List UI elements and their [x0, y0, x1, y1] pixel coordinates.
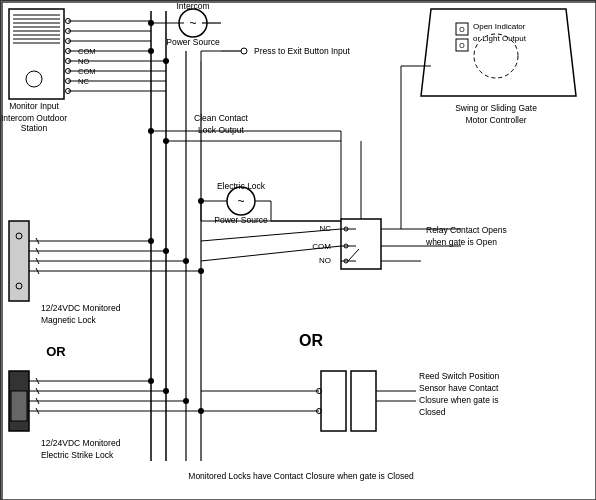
svg-text:Magnetic Lock: Magnetic Lock [41, 315, 97, 325]
svg-point-47 [148, 20, 154, 26]
svg-text:Relay Contact Opens: Relay Contact Opens [426, 225, 507, 235]
svg-text:OR: OR [299, 332, 323, 349]
svg-text:O: O [459, 26, 465, 33]
svg-text:Intercom Outdoor: Intercom Outdoor [1, 113, 67, 123]
svg-point-90 [163, 248, 169, 254]
svg-rect-74 [11, 391, 27, 421]
svg-point-158 [148, 128, 154, 134]
svg-text:NO: NO [319, 256, 331, 265]
svg-point-48 [148, 48, 154, 54]
svg-text:Clean Contact: Clean Contact [194, 113, 249, 123]
svg-text:O: O [459, 42, 465, 49]
svg-text:Power Source: Power Source [214, 215, 268, 225]
svg-text:OR: OR [46, 344, 66, 359]
svg-text:or Light Output: or Light Output [473, 34, 527, 43]
svg-point-125 [198, 198, 204, 204]
svg-text:Reed Switch Position: Reed Switch Position [419, 371, 500, 381]
svg-point-99 [183, 398, 189, 404]
svg-point-92 [198, 268, 204, 274]
svg-point-98 [163, 388, 169, 394]
svg-text:12/24VDC Monitored: 12/24VDC Monitored [41, 438, 121, 448]
svg-text:Intercom: Intercom [176, 1, 209, 11]
svg-text:NC: NC [319, 224, 331, 233]
svg-text:Electric Lock: Electric Lock [217, 181, 266, 191]
svg-text:Monitored Locks have Contact C: Monitored Locks have Contact Closure whe… [188, 471, 414, 481]
svg-point-91 [183, 258, 189, 264]
svg-text:Electric Strike Lock: Electric Strike Lock [41, 450, 114, 460]
svg-text:Closure when gate is: Closure when gate is [419, 395, 498, 405]
wiring-diagram: Monitor Input COM NO COM NC Intercom Out… [0, 0, 596, 500]
svg-text:12/24VDC Monitored: 12/24VDC Monitored [41, 303, 121, 313]
svg-text:Motor Controller: Motor Controller [466, 115, 527, 125]
svg-text:Sensor have Contact: Sensor have Contact [419, 383, 499, 393]
svg-point-49 [163, 58, 169, 64]
svg-point-159 [163, 138, 169, 144]
svg-text:~: ~ [237, 194, 244, 208]
svg-text:Lock Output: Lock Output [198, 125, 244, 135]
svg-text:Press to Exit Button Input: Press to Exit Button Input [254, 46, 351, 56]
svg-text:Station: Station [21, 123, 48, 133]
svg-point-97 [148, 378, 154, 384]
svg-point-89 [148, 238, 154, 244]
svg-text:Monitor Input: Monitor Input [9, 101, 59, 111]
svg-text:Open Indicator: Open Indicator [473, 22, 526, 31]
svg-text:Swing or Sliding Gate: Swing or Sliding Gate [455, 103, 537, 113]
svg-text:Power Source: Power Source [166, 37, 220, 47]
svg-text:Closed: Closed [419, 407, 446, 417]
svg-text:~: ~ [189, 16, 196, 30]
svg-text:COM: COM [312, 242, 331, 251]
